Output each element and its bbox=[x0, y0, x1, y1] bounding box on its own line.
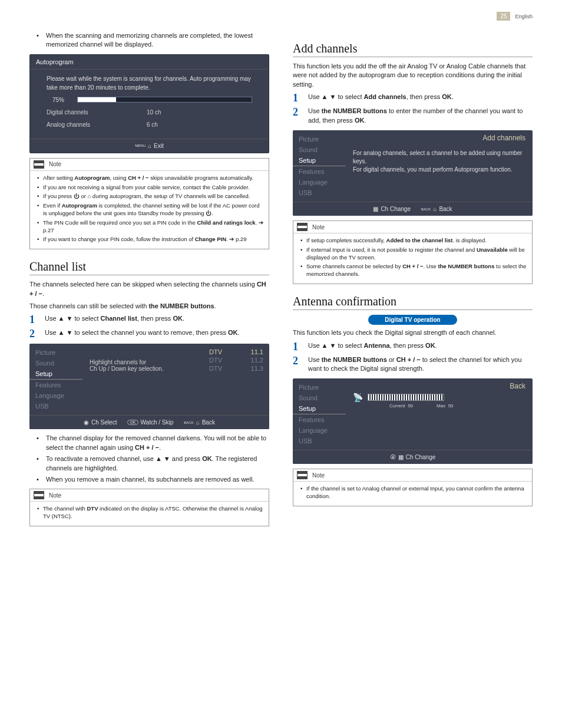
note-item: If you want to change your PIN code, fol… bbox=[37, 236, 264, 243]
dtv-row: DTV11.2 bbox=[199, 357, 263, 364]
note-icon bbox=[297, 471, 308, 479]
antenna-screen: PictureSoundSetupFeaturesLanguageUSB Bac… bbox=[293, 378, 533, 464]
antenna-top-right: Back bbox=[510, 382, 525, 390]
menu-item-setup: Setup bbox=[293, 155, 346, 166]
note-item: The PIN Code will be required once you s… bbox=[37, 219, 264, 235]
menu-sidebar: PictureSoundSetupFeaturesLanguageUSB bbox=[29, 344, 82, 415]
channel-list-step1: Use ▲ ▼ to select Channel list, then pre… bbox=[45, 314, 269, 324]
back-hint: BACK bbox=[184, 421, 193, 424]
menu-item-language: Language bbox=[293, 425, 346, 436]
menu-item-sound: Sound bbox=[29, 358, 82, 368]
note-label: Note bbox=[312, 224, 325, 230]
channel-list-p2: Those channels can still be selected wit… bbox=[29, 302, 269, 311]
note-box-1: Note After setting Autoprogram, using CH… bbox=[29, 158, 269, 250]
menu-item-usb: USB bbox=[293, 436, 346, 446]
note-item: If you press ⏻ or ⌂ during autoprogram, … bbox=[37, 193, 264, 200]
digital-channels-label: Digital channels bbox=[47, 108, 123, 117]
note-item: After setting Autoprogram, using CH + / … bbox=[37, 174, 264, 182]
intro-bullet: When the scanning and memorizing channel… bbox=[40, 31, 269, 50]
channel-list-step2: Use ▲ ▼ to select the channel you want t… bbox=[45, 328, 269, 338]
progress-bar bbox=[77, 97, 252, 103]
note1-list: After setting Autoprogram, using CH + / … bbox=[35, 174, 264, 244]
menu-item-picture: Picture bbox=[29, 347, 82, 358]
note-item: If you are not receiving a signal from y… bbox=[37, 184, 264, 192]
menu-item-setup: Setup bbox=[29, 368, 82, 380]
antenna-intro: This function lets you check the Digital… bbox=[293, 328, 533, 337]
exit-label: Exit bbox=[154, 143, 164, 149]
menu-sidebar: PictureSoundSetupFeaturesLanguageUSB bbox=[293, 130, 346, 202]
menu-item-picture: Picture bbox=[293, 382, 346, 393]
digital-channels-value: 10 ch bbox=[123, 108, 161, 117]
antenna-icon: 📡 bbox=[353, 393, 363, 402]
list-item: To reactivate a removed channel, use ▲ ▼… bbox=[40, 454, 269, 473]
page-language: English bbox=[515, 14, 533, 19]
menu-item-features: Features bbox=[293, 166, 346, 177]
note-item: The channel with DTV indicated on the di… bbox=[37, 505, 264, 521]
step-number: 1 bbox=[293, 341, 301, 352]
menu-sidebar: PictureSoundSetupFeaturesLanguageUSB bbox=[293, 378, 346, 450]
note-box-3: Note If setup completes successfully, Ad… bbox=[293, 220, 533, 284]
note-label: Note bbox=[49, 161, 61, 167]
pill-wrap: Digital TV operation bbox=[293, 315, 533, 325]
channel-list-heading: Channel list bbox=[29, 260, 269, 275]
note2-list: The channel with DTV indicated on the di… bbox=[35, 505, 264, 521]
antenna-step1: Use ▲ ▼ to select Antenna, then press OK… bbox=[308, 341, 533, 351]
nav-icon: ◉ bbox=[84, 419, 89, 426]
autoprogram-wait-msg: Please wait while the system is scanning… bbox=[47, 74, 252, 92]
ch-change-label: Ch Change bbox=[381, 206, 411, 212]
back-label: Back bbox=[439, 206, 452, 212]
menu-item-sound: Sound bbox=[293, 393, 346, 403]
add-channels-msg: For analog channels, select a channel to… bbox=[353, 149, 525, 174]
menu-item-language: Language bbox=[29, 390, 82, 401]
home-icon: ⌂ bbox=[196, 419, 200, 426]
add-channels-step2: Use the NUMBER buttons to enter the numb… bbox=[308, 107, 533, 126]
note-box-4: Note If the channel is set to Analog cha… bbox=[293, 469, 533, 506]
right-column: Add channels This function lets you add … bbox=[293, 31, 533, 531]
ch-select-label: Ch Select bbox=[91, 419, 117, 426]
note-label: Note bbox=[49, 492, 61, 499]
back-hint: BACK bbox=[421, 207, 431, 211]
list-item: When you remove a main channel, its subc… bbox=[40, 475, 269, 484]
note-icon bbox=[34, 491, 44, 499]
grid-icon: ▦ bbox=[398, 454, 404, 460]
menu-item-setup: Setup bbox=[293, 403, 346, 414]
note4-list: If the channel is set to Analog channel … bbox=[298, 485, 527, 500]
menu-item-sound: Sound bbox=[293, 144, 346, 155]
analog-channels-label: Analog channels bbox=[47, 120, 123, 129]
progress-percent: 75% bbox=[47, 95, 70, 104]
dtv-rows: DTV11.1DTV11.2DTV11.3 bbox=[199, 348, 263, 373]
step-number: 1 bbox=[29, 314, 38, 325]
note-item: If external Input is used, it is not pos… bbox=[300, 246, 527, 262]
signal-labels: Current 50 Max 50 bbox=[353, 403, 525, 409]
menu-item-features: Features bbox=[293, 414, 346, 425]
ok-icon: OK bbox=[127, 420, 138, 425]
step-number: 2 bbox=[29, 328, 38, 339]
page-header: 25 English bbox=[29, 12, 533, 21]
menu-item-picture: Picture bbox=[293, 134, 346, 144]
watch-skip-label: Watch / Skip bbox=[141, 419, 174, 426]
back-label: Back bbox=[202, 419, 215, 426]
grid-icon: ▦ bbox=[373, 206, 378, 212]
note-box-2: Note The channel with DTV indicated on t… bbox=[29, 489, 269, 526]
add-channels-screen: PictureSoundSetupFeaturesLanguageUSB Add… bbox=[293, 130, 533, 216]
left-column: When the scanning and memorizing channel… bbox=[29, 31, 269, 531]
menu-item-usb: USB bbox=[29, 401, 82, 411]
home-icon: ⌂ bbox=[148, 143, 151, 149]
menu-item-features: Features bbox=[29, 380, 82, 390]
note-item: Some channels cannot be selected by CH +… bbox=[300, 263, 527, 278]
add-channels-heading: Add channels bbox=[293, 42, 533, 57]
note-label: Note bbox=[312, 472, 325, 479]
add-channels-top-right: Add channels bbox=[482, 134, 525, 142]
step-number: 1 bbox=[293, 93, 301, 103]
step-number: 2 bbox=[293, 355, 301, 366]
add-channels-step1: Use ▲ ▼ to select Add channels, then pre… bbox=[308, 93, 533, 102]
note-item: If setup completes successfully, Added t… bbox=[300, 237, 527, 245]
list-item: The channel display for the removed chan… bbox=[40, 434, 269, 452]
note-item: If the channel is set to Analog channel … bbox=[300, 485, 527, 500]
autoprogram-screen: Autoprogram Please wait while the system… bbox=[29, 54, 269, 153]
menu-item-language: Language bbox=[293, 177, 346, 187]
note-icon bbox=[34, 160, 44, 169]
dot-icon: ⦿ bbox=[390, 454, 396, 460]
page-number: 25 bbox=[497, 12, 510, 21]
autoprogram-title: Autoprogram bbox=[30, 55, 269, 70]
